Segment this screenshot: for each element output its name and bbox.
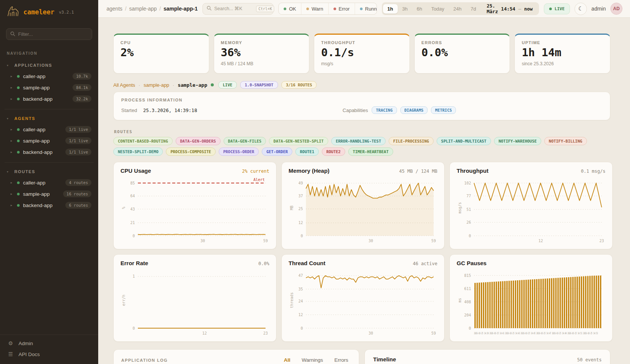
breadcrumb-current: sample-app-1: [164, 6, 198, 12]
sidebar-item-label: caller-app: [23, 180, 62, 186]
svg-text:37: 37: [298, 194, 303, 198]
svg-text:23: 23: [599, 239, 604, 243]
status-dot: [17, 181, 20, 184]
time-range-7d[interactable]: 7d: [466, 4, 480, 14]
all-agents-link[interactable]: All Agents: [113, 82, 135, 88]
route-chip-process-composite[interactable]: PROCESS-COMPOSITE: [166, 147, 215, 156]
avatar[interactable]: AD: [610, 3, 622, 15]
log-tab-all[interactable]: All: [283, 357, 291, 364]
process-information-card: PROCESS INFORMATION Started 25.3.2026, 1…: [113, 92, 610, 120]
kpi-subtitle: msg/s: [321, 61, 403, 66]
date-range-display[interactable]: 25. März 14:54 — now: [481, 3, 538, 14]
date-range-separator: —: [518, 6, 521, 12]
sidebar-item-label: caller-app: [23, 127, 62, 132]
route-chip-nested-split-demo[interactable]: NESTED-SPLIT-DEMO: [113, 147, 163, 156]
route-chip-data-gen-nested-split[interactable]: DATA-GEN-NESTED-SPLIT: [269, 137, 328, 145]
status-filter-running[interactable]: Running: [355, 3, 377, 14]
svg-text:35: 35: [298, 287, 303, 291]
route-chip-timer-heartbeat[interactable]: TIMER-HEARTBEAT: [348, 147, 393, 156]
chart-title: CPU Usage: [120, 167, 151, 174]
chart-plot: 8156114082040ms2026-03-25 14:39 2026-03-…: [457, 267, 605, 336]
time-range-3h[interactable]: 3h: [398, 4, 412, 14]
route-chip-notify-warehouse[interactable]: NOTIFY-WAREHOUSE: [494, 137, 541, 145]
sidebar-item-label: sample-app: [23, 138, 62, 144]
chart-title: Error Rate: [120, 260, 148, 266]
kpi-value: 2%: [120, 47, 202, 58]
filter-input[interactable]: [18, 31, 79, 37]
sidebar-section-header-applications[interactable]: ▾APPLICATIONS: [5, 62, 94, 71]
sidebar-item-agents-backend-app[interactable]: ▸backend-app1/1 live: [5, 146, 94, 158]
route-chip-content-based-routing[interactable]: CONTENT-BASED-ROUTING: [113, 137, 173, 145]
sidebar-footer-admin[interactable]: ⚙Admin: [8, 340, 91, 346]
route-chip-get-order[interactable]: GET-ORDER: [262, 147, 292, 156]
log-tab-warnings[interactable]: Warnings: [301, 357, 324, 364]
time-range-today[interactable]: Today: [427, 4, 449, 14]
breadcrumb-sample-app[interactable]: sample-app: [129, 6, 157, 12]
kpi-card-memory: MEMORY36%45 MB / 124 MB: [214, 34, 310, 74]
status-filter-error[interactable]: Error: [329, 3, 355, 14]
route-chip-route1[interactable]: ROUTE1: [295, 147, 319, 156]
svg-text:59: 59: [431, 239, 436, 243]
agent-app-link[interactable]: sample-app: [144, 82, 169, 88]
global-search[interactable]: Ctrl+K: [202, 3, 273, 15]
kpi-value: 36%: [221, 47, 303, 58]
route-chip-file-processing[interactable]: FILE-PROCESSING: [389, 137, 434, 145]
sidebar-item-agents-caller-app[interactable]: ▸caller-app1/1 live: [5, 124, 94, 135]
sidebar-item-agents-sample-app[interactable]: ▸sample-app1/1 live: [5, 135, 94, 146]
sidebar-item-badge: 84.1k: [73, 84, 91, 91]
kpi-card-uptime: UPTIME1h 14msince 25.3.2026: [514, 34, 610, 74]
sidebar-item-applications-sample-app[interactable]: ▸sample-app84.1k: [5, 82, 94, 93]
sidebar-item-routes-backend-app[interactable]: ▸backend-app6 routes: [5, 200, 94, 211]
sidebar-filter[interactable]: [6, 28, 92, 40]
chart-current-value: 45 MB / 124 MB: [399, 169, 437, 174]
sidebar-section-header-agents[interactable]: ▾AGENTS: [5, 115, 94, 124]
status-filter-label: Running: [365, 6, 377, 12]
chart-header: Memory (Heap)45 MB / 124 MB: [289, 167, 437, 174]
chart-header: Thread Count46 active: [289, 260, 437, 266]
status-dot-warn: [306, 8, 309, 10]
route-chip-data-gen-files[interactable]: DATA-GEN-FILES: [224, 137, 266, 145]
caret-right-icon: ▸: [11, 150, 14, 154]
svg-text:59: 59: [263, 239, 268, 243]
log-tab-errors[interactable]: Errors: [334, 357, 349, 364]
route-chip-notify-billing[interactable]: NOTIFY-BILLING: [544, 137, 587, 145]
status-filter-ok[interactable]: OK: [279, 3, 301, 14]
route-chip-error-handling-test[interactable]: ERROR-HANDLING-TEST: [331, 137, 386, 145]
svg-text:12: 12: [202, 331, 207, 335]
status-dot: [17, 75, 20, 78]
svg-text:64: 64: [130, 194, 135, 198]
search-shortcut-kbd: Ctrl+K: [256, 6, 274, 12]
sidebar-section-header-routes[interactable]: ▾ROUTES: [5, 169, 94, 177]
svg-text:24: 24: [298, 299, 303, 303]
sidebar-item-applications-backend-app[interactable]: ▸backend-app32.2k: [5, 93, 94, 104]
capability-badge-diagrams: DIAGRAMS: [400, 106, 428, 114]
time-range-1h[interactable]: 1h: [383, 4, 398, 14]
sidebar-footer-label: API Docs: [19, 352, 40, 357]
time-range-24h[interactable]: 24h: [449, 4, 466, 14]
chart-current-value: 46 active: [413, 261, 437, 266]
route-chip-process-order[interactable]: PROCESS-ORDER: [219, 147, 259, 156]
chart-title: Memory (Heap): [289, 167, 329, 174]
status-dot: [17, 86, 20, 89]
route-chip-data-gen-orders[interactable]: DATA-GEN-ORDERS: [176, 137, 221, 145]
sidebar-item-label: backend-app: [23, 96, 69, 102]
search-input[interactable]: [214, 6, 253, 11]
sidebar-footer-api-docs[interactable]: ☰API Docs: [8, 351, 91, 357]
route-chip-split-and-multicast[interactable]: SPLIT-AND-MULTICAST: [437, 137, 491, 145]
app-title: cameleer: [23, 8, 54, 16]
sidebar-item-routes-caller-app[interactable]: ▸caller-app4 routes: [5, 177, 94, 188]
agent-badge-3-16-routes: 3/16 ROUTES: [281, 81, 317, 89]
theme-toggle[interactable]: ☾: [574, 3, 587, 15]
time-range-6h[interactable]: 6h: [412, 4, 426, 14]
sidebar-item-applications-caller-app[interactable]: ▸caller-app10.7k: [5, 71, 94, 82]
sidebar-item-routes-sample-app[interactable]: ▸sample-app16 routes: [5, 188, 94, 200]
status-filter-warn[interactable]: Warn: [301, 3, 329, 14]
route-chip-route2[interactable]: ROUTE2: [322, 147, 345, 156]
search-icon: [207, 5, 212, 12]
caret-right-icon: ▸: [11, 203, 14, 207]
live-toggle[interactable]: LIVE: [544, 3, 570, 14]
caret-right-icon: ▸: [11, 97, 14, 101]
caret-right-icon: ▸: [11, 74, 14, 78]
app-logo[interactable]: cameleer v3.2.1: [0, 0, 98, 23]
breadcrumb-agents[interactable]: agents: [107, 6, 122, 12]
